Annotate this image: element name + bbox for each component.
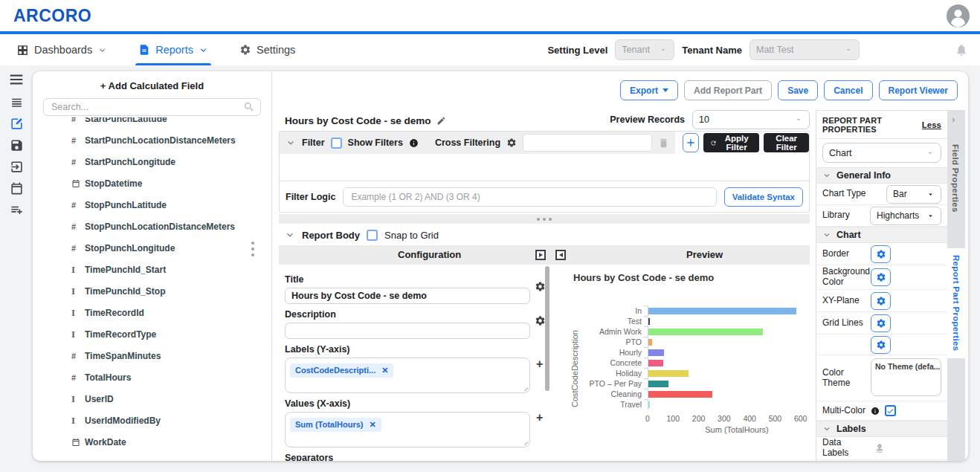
cross-filtering-input[interactable] [523, 134, 652, 152]
collapse-panel-left-icon[interactable] [555, 250, 566, 260]
values-x-chip[interactable]: Sum (TotalHours)✕ [290, 418, 381, 432]
border-settings-button[interactable] [871, 245, 891, 263]
remove-chip-icon[interactable]: ✕ [381, 366, 388, 375]
chart-title-input[interactable] [285, 288, 530, 304]
grid-lines-settings-button[interactable] [871, 314, 891, 332]
report-list-icon[interactable] [10, 95, 24, 109]
info-icon[interactable] [871, 407, 880, 416]
general-info-section-header[interactable]: General Info [816, 167, 947, 184]
values-x-axis-box[interactable]: Sum (TotalHours)✕ [285, 412, 530, 447]
notifications-bell-icon[interactable] [955, 43, 968, 56]
schedule-icon[interactable] [10, 181, 24, 195]
library-select[interactable]: Highcharts [870, 207, 941, 225]
save-report-icon[interactable] [10, 138, 24, 152]
search-icon [243, 101, 255, 113]
splitter-drag-handle[interactable] [251, 242, 254, 259]
setting-level-label: Setting Level [547, 45, 607, 56]
field-item[interactable]: ITimeRecordType [33, 323, 271, 345]
gear-icon [876, 340, 886, 350]
preview-records-select[interactable]: 10 [692, 110, 810, 129]
title-settings-gear-icon[interactable] [535, 281, 546, 292]
tab-report-part-properties[interactable]: Report Part Properties [947, 248, 965, 358]
nav-settings[interactable]: Settings [231, 34, 304, 65]
info-icon[interactable] [409, 138, 419, 148]
cancel-button[interactable]: Cancel [824, 80, 872, 100]
apply-filter-button[interactable]: Apply Filter [703, 133, 760, 152]
show-filters-checkbox[interactable] [331, 138, 342, 149]
export-button[interactable]: Export [620, 80, 678, 100]
setting-level-select[interactable]: Tenant [615, 39, 674, 60]
part-type-select[interactable]: Chart [822, 143, 941, 163]
labels-section-header[interactable]: Labels [816, 421, 947, 437]
field-item[interactable]: IUserIdModifiedBy [33, 410, 271, 431]
remove-chip-icon[interactable]: ✕ [369, 420, 375, 430]
report-viewer-button[interactable]: Report Viewer [879, 80, 958, 100]
nav-reports[interactable]: Reports [129, 34, 217, 65]
field-name: StopPunchLongitude [85, 243, 175, 253]
labels-y-axis-box[interactable]: CostCodeDescripti...✕ [285, 358, 530, 393]
field-item[interactable]: #StopPunchLongitude [33, 237, 271, 259]
field-item[interactable]: IUserID [33, 388, 271, 410]
field-item[interactable]: #StartPunchLongitude [33, 151, 271, 172]
extra-settings-button[interactable] [871, 336, 891, 354]
scrollbar-thumb[interactable] [545, 266, 549, 391]
field-item[interactable]: ITimePunchId_Start [33, 259, 271, 280]
xy-plane-settings-button[interactable] [871, 292, 891, 310]
add-calculated-field-button[interactable]: + Add Calculated Field [33, 80, 271, 91]
save-button[interactable]: Save [778, 80, 818, 100]
add-x-value-plus-icon[interactable]: + [536, 412, 543, 424]
tab-field-properties[interactable]: Field Properties [951, 144, 960, 213]
chart-x-tick-label: 500 [769, 414, 782, 423]
configuration-scrollbar[interactable] [545, 266, 549, 461]
snap-to-grid-label: Snap to Grid [384, 230, 439, 241]
field-item[interactable]: #StartPunchLocationDistanceMeters [33, 129, 271, 151]
multi-color-checkbox[interactable] [885, 405, 896, 416]
clear-filter-button[interactable]: Clear Filter [764, 133, 809, 152]
chart-type-select[interactable]: Bar [886, 185, 941, 204]
snap-to-grid-checkbox[interactable] [367, 230, 378, 241]
field-item[interactable]: ITimeRecordId [33, 302, 271, 323]
add-filter-button[interactable] [683, 133, 699, 152]
export-report-icon[interactable] [10, 160, 24, 174]
nav-dashboards[interactable]: Dashboards [7, 34, 116, 65]
field-search-input[interactable] [43, 98, 261, 116]
field-item[interactable]: StopDatetime [33, 172, 271, 194]
chart-category-row: PTO [648, 337, 810, 347]
user-avatar[interactable] [947, 4, 970, 28]
report-body-chevron-icon[interactable] [285, 230, 295, 240]
edit-title-pencil-icon[interactable] [436, 116, 446, 126]
field-item[interactable]: #StopPunchLatitude [33, 194, 271, 216]
add-report-part-button[interactable]: Add Report Part [684, 80, 772, 100]
menu-icon[interactable] [8, 71, 25, 88]
dashboards-grid-icon [16, 44, 29, 56]
add-field-list-icon[interactable] [10, 203, 24, 217]
description-settings-gear-icon[interactable] [535, 315, 546, 326]
chart-bar [648, 329, 763, 335]
edit-report-icon[interactable] [10, 117, 24, 131]
background-color-settings-button[interactable] [871, 268, 891, 286]
less-link[interactable]: Less [922, 120, 941, 129]
data-labels-format-icon[interactable] [874, 443, 885, 453]
trash-icon[interactable] [658, 138, 669, 149]
cross-filtering-gear-icon[interactable] [506, 138, 517, 148]
filter-collapse-chevron-icon[interactable] [286, 138, 296, 148]
tenant-name-select[interactable]: Matt Test [749, 39, 860, 60]
settings-gear-icon [239, 44, 251, 56]
section-chevron-icon [822, 230, 831, 239]
collapse-panel-right-icon[interactable] [535, 250, 546, 260]
field-item[interactable]: #StartPunchLatitude [33, 117, 271, 129]
collapse-properties-chevron-icon[interactable]: › [952, 114, 955, 125]
section-resize-handle[interactable] [279, 214, 810, 224]
validate-syntax-button[interactable]: Validate Syntax [724, 187, 803, 207]
field-item[interactable]: WorkDate [33, 431, 271, 453]
filter-logic-input[interactable] [343, 187, 716, 207]
add-y-label-plus-icon[interactable]: + [536, 358, 543, 370]
description-input[interactable] [285, 323, 530, 339]
labels-y-chip[interactable]: CostCodeDescripti...✕ [290, 363, 393, 378]
field-item[interactable]: #TimeSpanMinutes [33, 345, 271, 366]
field-item[interactable]: ITimePunchId_Stop [33, 280, 271, 302]
field-item[interactable]: #StopPunchLocationDistanceMeters [33, 216, 271, 237]
field-item[interactable]: #TotalHours [33, 366, 271, 388]
chart-section-header[interactable]: Chart [816, 227, 947, 243]
color-theme-select[interactable]: No Theme (defa... [871, 358, 941, 396]
